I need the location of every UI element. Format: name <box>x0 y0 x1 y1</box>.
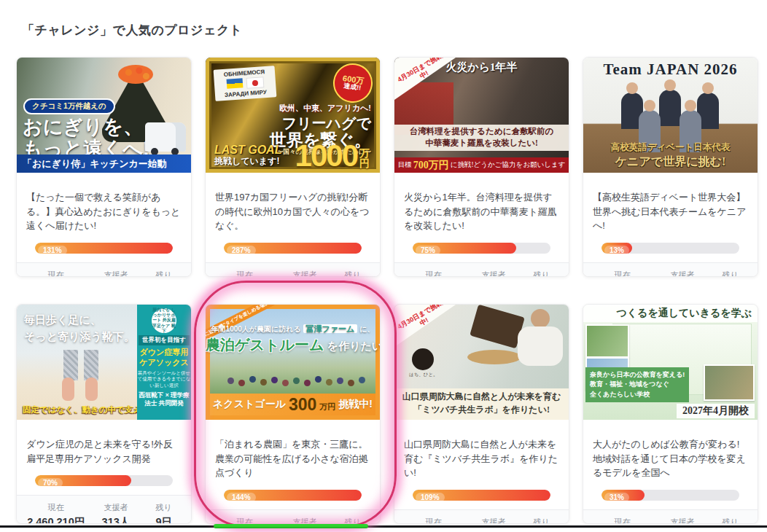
project-stats: 現在3,932,500円 支援者112人 残り35日 <box>17 262 191 278</box>
project-stats: 現在1,446,500円 支援者181人 残り4日 <box>206 509 380 525</box>
page-title: 「チャレンジ」で人気のプロジェクト <box>22 22 243 39</box>
progress-bar: 109% <box>413 490 550 501</box>
project-grid: クチコミ1万件越えの おにぎりを、 もっと遠くへ! 「おにぎり侍」キッチンカー始… <box>16 57 758 524</box>
leg-illustration <box>84 350 98 380</box>
percent-badge: 13% <box>604 246 629 254</box>
thumb-badge: クチコミ1万件越えの <box>23 98 115 114</box>
project-thumbnail: 4月30日まで挑戦中! はち、ひと。 山口県周防大島に自然と人が未来を育む 「ミ… <box>394 305 569 420</box>
opening-date-label: 2027年4月開校 <box>677 404 755 418</box>
project-stats: 現在7,179,133円 支援者1,053人 残り4日 <box>206 262 380 278</box>
project-card-freehug[interactable]: ОБНІМЕМОСЯ ЗАРАДИ МИРУ 600万 達成!! 欧州、中東、ア… <box>205 57 381 277</box>
project-title: 火災から1年半。台湾料理を提供するために倉敷駅前の中華蕎麦ト羅凰を改装したい! <box>404 190 559 233</box>
goal-banner: 目標 700万円 に挑戦!どうかご協力をお願いします <box>394 157 569 173</box>
page-bottom-line <box>0 525 767 528</box>
progress-bar: 131% <box>35 243 173 254</box>
person-illustration <box>531 309 550 328</box>
thumb-banner: 「おにぎり侍」キッチンカー始動 <box>17 154 191 173</box>
thumb-headline: おにぎりを、 もっと遠くへ! <box>23 116 149 160</box>
japan-flag-icon <box>246 77 264 89</box>
peace-sign: ОБНІМЕМОСЯ ЗАРАДИ МИРУ <box>214 66 277 101</box>
project-card-farm-stay-highlighted[interactable]: 東京に近場"農"タイプを楽しめる場所を! 年間1000人が農園に訪れる 冨澤ファ… <box>205 304 381 524</box>
project-title: 「泊まれる農園」を東京・三鷹に。農業の可能性を広げる小さな宿泊拠点づくり <box>215 437 370 480</box>
kitchen-truck-illustration <box>145 122 186 152</box>
project-title: 【高校生英語ディベート世界大会】世界へ挑む日本代表チームをケニアへ! <box>593 190 748 233</box>
basket-illustration <box>467 350 521 364</box>
percent-badge: 144% <box>227 493 256 501</box>
project-title: 大人がたのしめば公教育が変わる!地域対話を通じて日本の学校を変えるモデルを全国へ <box>593 437 748 480</box>
project-thumbnail: 東京に近場"農"タイプを楽しめる場所を! 年間1000人が農園に訪れる 冨澤ファ… <box>206 305 380 420</box>
supporter-count: 313人 <box>89 515 142 524</box>
project-stats: 現在5,302,305円 支援者158人 残り4日 <box>394 262 569 278</box>
project-thumbnail: ОБНІМЕМОСЯ ЗАРАДИ МИРУ 600万 達成!! 欧州、中東、ア… <box>206 58 380 173</box>
product-info-panel: 屋内でも しっかりサポート 外反扁平足ケア 靴下 世界初を目指す ダウン症専用 … <box>137 305 191 420</box>
project-card-onigiri[interactable]: クチコミ1万件越えの おにぎりを、 もっと遠くへ! 「おにぎり侍」キッチンカー始… <box>16 57 192 277</box>
onigiri-roe-illustration <box>118 65 153 84</box>
ukraine-flag-icon <box>226 78 243 89</box>
percent-badge: 70% <box>38 478 63 486</box>
progress-bar: 31% <box>601 490 739 501</box>
project-thumbnail: Team JAPAN 2026 高校英語ディベート日本代表 ケニアで世界に挑む! <box>583 58 758 173</box>
next-goal-banner: ネクストゴール 300 万円 挑戦中! <box>210 394 375 415</box>
progress-bar: 13% <box>601 243 739 254</box>
percent-badge: 75% <box>416 246 440 254</box>
percent-badge: 131% <box>38 246 67 254</box>
person-illustration <box>518 326 563 366</box>
project-thumbnail: つくるを通していきるを学ぶ 奈良から日本の公教育を変える! 教育・福祉・地域をつ… <box>583 305 758 420</box>
project-stats: 現在1,097,000円 支援者92人 残り4日 <box>394 509 569 525</box>
project-thumbnail: 4月30日まで挑戦中! 火災から1年半 台湾料理を提供するために倉敷駅前の 中華… <box>394 58 569 173</box>
photo-thumbnail <box>585 324 629 358</box>
project-thumbnail: 毎日歩く足に、 そっと寄り添う靴下。 固定ではなく、動きの中で支える 屋内でも … <box>17 305 191 420</box>
project-title: 【たった一個で救える笑顔がある。】真心込めたおにぎりをもっと遠くへ届けたい! <box>26 190 182 233</box>
person-silhouette <box>659 90 681 126</box>
project-card-bee-lab[interactable]: 4月30日まで挑戦中! はち、ひと。 山口県周防大島に自然と人が未来を育む 「ミ… <box>394 304 569 524</box>
project-card-new-school[interactable]: つくるを通していきるを学ぶ 奈良から日本の公教育を変える! 教育・福祉・地域をつ… <box>583 304 758 524</box>
project-stats: 現在402,000円 支援者24人 残り76日 <box>583 262 758 278</box>
percent-badge: 31% <box>604 493 629 501</box>
days-remaining: 9日 <box>143 515 185 524</box>
photo-thumbnail <box>704 364 755 401</box>
goal-amount: 1000 万円 <box>295 141 370 171</box>
last-goal-label: LAST GOAL 挑戦しています! <box>214 144 281 167</box>
group-photo-illustration <box>227 378 234 384</box>
current-amount: 2,460,210円 <box>23 515 89 524</box>
project-card-debate-team[interactable]: Team JAPAN 2026 高校英語ディベート日本代表 ケニアで世界に挑む!… <box>583 57 758 277</box>
leg-illustration <box>63 350 78 380</box>
project-card-care-socks[interactable]: 毎日歩く足に、 そっと寄り添う靴下。 固定ではなく、動きの中で支える 屋内でも … <box>16 304 192 524</box>
achievement-burst-badge: 600万 達成!! <box>331 61 375 106</box>
progress-bar: 70% <box>35 475 173 486</box>
progress-bar: 144% <box>224 490 362 501</box>
farm-name-chip: 冨澤ファーム <box>303 324 358 333</box>
progress-bar: 287% <box>224 243 362 254</box>
project-title: 世界197カ国フリーハグの挑戦!分断の時代に欧州10カ国で人々の心をつなぐ。 <box>215 190 370 233</box>
foot-illustration <box>85 378 98 401</box>
project-title: 山口県周防大島に自然と人が未来を育む『ミツバチ共生ラボ』を作りたい! <box>404 437 559 480</box>
percent-badge: 109% <box>416 493 445 501</box>
percent-badge: 287% <box>227 246 256 254</box>
annotation-green-underline <box>214 524 368 528</box>
honeycomb-illustration <box>470 305 525 348</box>
project-thumbnail: クチコミ1万件越えの おにぎりを、 もっと遠くへ! 「おにぎり侍」キッチンカー始… <box>17 58 191 173</box>
deadline-corner-ribbon: 4月30日まで挑戦中! <box>394 305 456 347</box>
brand-logo-circle <box>412 348 434 370</box>
project-title: ダウン症児の足と未来を守る!外反扁平足専用ケアソックス開発 <box>26 437 182 466</box>
project-stats: 現在2,460,210円 支援者313人 残り9日 <box>17 495 191 524</box>
project-card-taiwan-restaurant[interactable]: 4月30日まで挑戦中! 火災から1年半 台湾料理を提供するために倉敷駅前の 中華… <box>394 57 569 277</box>
progress-bar: 75% <box>413 243 550 254</box>
foot-illustration <box>62 378 74 401</box>
project-stats: 現在6,347,000円 支援者288人 残り18日 <box>583 509 758 525</box>
